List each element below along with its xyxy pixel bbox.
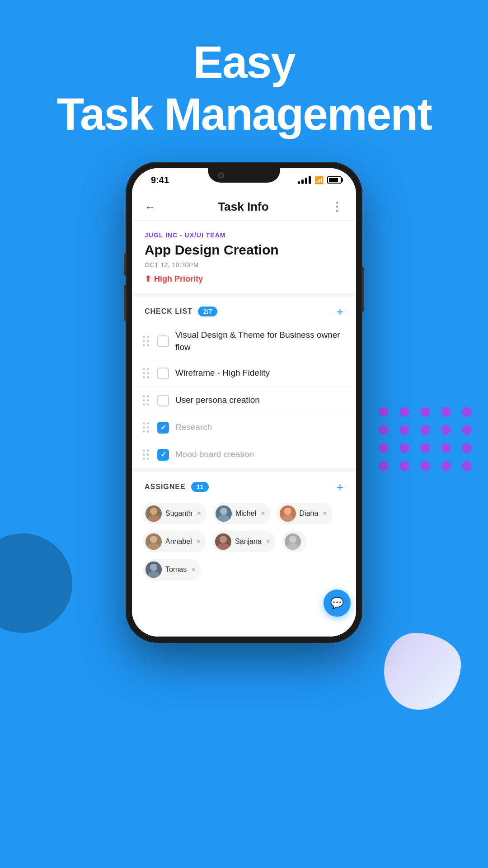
checklist-header: CHECK LIST 2/7 + bbox=[132, 297, 356, 323]
task-info-section: JUGL INC - UX/UI TEAM App Design Creatio… bbox=[132, 221, 356, 297]
assignee-header-left: ASSIGNEE 11 bbox=[145, 482, 209, 492]
drag-handle[interactable] bbox=[141, 420, 151, 434]
svg-point-4 bbox=[284, 508, 291, 515]
add-assignee-button[interactable]: + bbox=[337, 481, 343, 493]
hero-line1: Easy bbox=[193, 37, 295, 87]
task-date: OCT 12, 10:30PM bbox=[145, 261, 343, 269]
checklist-checkbox-3[interactable] bbox=[157, 395, 169, 406]
checklist-checkbox-4[interactable] bbox=[157, 422, 169, 434]
more-options-button[interactable]: ⋮ bbox=[331, 200, 343, 214]
assignee-name-michel: Michel bbox=[235, 509, 256, 518]
avatar-sanjana bbox=[215, 533, 231, 550]
priority-badge: ⬆ High Priority bbox=[145, 274, 343, 284]
checklist-item-text-5: Mood board creation bbox=[175, 448, 254, 461]
checklist-item-text-3: User persona creation bbox=[175, 394, 260, 406]
svg-point-5 bbox=[282, 515, 294, 522]
phone-notch bbox=[208, 168, 280, 183]
volume-down-button bbox=[124, 285, 127, 321]
checklist-label: CHECK LIST bbox=[145, 307, 192, 316]
phone-wrapper: 9:41 📶 ← bbox=[0, 163, 488, 642]
drag-handle[interactable] bbox=[141, 393, 151, 407]
wifi-icon: 📶 bbox=[314, 176, 324, 184]
remove-sanjana-button[interactable]: × bbox=[266, 538, 270, 546]
checklist-header-left: CHECK LIST 2/7 bbox=[145, 307, 217, 316]
avatar-annabel bbox=[145, 533, 162, 550]
front-camera bbox=[218, 172, 224, 179]
priority-label: High Priority bbox=[154, 274, 203, 284]
assignee-count-badge: 11 bbox=[191, 482, 209, 492]
assignee-header: ASSIGNEE 11 + bbox=[132, 472, 356, 498]
remove-diana-button[interactable]: × bbox=[323, 509, 327, 518]
remove-tomas-button[interactable]: × bbox=[191, 566, 195, 574]
checklist-checkbox-2[interactable] bbox=[157, 368, 169, 379]
svg-point-0 bbox=[150, 508, 157, 515]
assignee-list: Suganth × Michel × bbox=[132, 498, 356, 588]
checklist-item: User persona creation bbox=[132, 387, 356, 414]
avatar-extra bbox=[285, 533, 301, 550]
assignee-chip-diana: Diana × bbox=[277, 503, 333, 524]
status-icons: 📶 bbox=[298, 176, 342, 184]
checklist-count-badge: 2/7 bbox=[198, 307, 217, 316]
drag-handle[interactable] bbox=[141, 334, 151, 348]
checklist-item-text-2: Wireframe - High Fidelity bbox=[175, 367, 270, 379]
checklist-item: Visual Design & Theme for Business owner… bbox=[132, 323, 356, 360]
assignee-chip-tomas: Tomas × bbox=[143, 559, 201, 580]
battery-icon bbox=[327, 176, 342, 184]
checklist-item-text-4: Research bbox=[175, 421, 212, 434]
avatar-michel bbox=[216, 505, 232, 522]
svg-point-10 bbox=[289, 536, 296, 543]
svg-point-8 bbox=[220, 536, 227, 543]
screen-content: ← Task Info ⋮ JUGL INC - UX/UI TEAM App … bbox=[132, 192, 356, 637]
svg-point-11 bbox=[287, 543, 299, 550]
bg-blob-white bbox=[384, 633, 461, 710]
drag-handle[interactable] bbox=[141, 448, 151, 462]
power-button bbox=[361, 267, 364, 312]
team-label: JUGL INC - UX/UI TEAM bbox=[145, 231, 343, 239]
remove-suganth-button[interactable]: × bbox=[197, 509, 201, 518]
avatar-diana bbox=[280, 505, 296, 522]
assignee-chip-suganth: Suganth × bbox=[143, 503, 206, 524]
svg-point-13 bbox=[148, 571, 160, 578]
checklist-checkbox-5[interactable] bbox=[157, 449, 169, 461]
drag-handle[interactable] bbox=[141, 366, 151, 380]
hero-line2: Task Management bbox=[56, 89, 432, 139]
chat-fab-button[interactable]: 💬 bbox=[324, 590, 351, 617]
svg-point-3 bbox=[218, 515, 230, 522]
phone-device: 9:41 📶 ← bbox=[127, 163, 361, 642]
checklist-checkbox-1[interactable] bbox=[157, 335, 169, 347]
svg-point-12 bbox=[150, 564, 157, 571]
assignee-name-annabel: Annabel bbox=[165, 538, 192, 546]
add-checklist-item-button[interactable]: + bbox=[337, 306, 343, 317]
assignee-name-suganth: Suganth bbox=[165, 509, 192, 518]
checklist-item: Mood board creation bbox=[132, 441, 356, 468]
svg-point-9 bbox=[217, 543, 229, 550]
back-button[interactable]: ← bbox=[145, 201, 155, 213]
chat-icon: 💬 bbox=[330, 597, 344, 609]
remove-annabel-button[interactable]: × bbox=[197, 538, 201, 546]
remove-michel-button[interactable]: × bbox=[261, 509, 265, 518]
avatar-tomas bbox=[145, 561, 162, 578]
svg-point-7 bbox=[148, 543, 160, 550]
priority-icon: ⬆ bbox=[145, 274, 151, 284]
assignee-label: ASSIGNEE bbox=[145, 483, 186, 491]
phone-screen: 9:41 📶 ← bbox=[132, 168, 356, 637]
volume-up-button bbox=[124, 253, 127, 276]
assignee-chip-michel: Michel × bbox=[213, 503, 271, 524]
assignee-name-sanjana: Sanjana bbox=[235, 538, 262, 546]
assignee-section: ASSIGNEE 11 + Suganth × bbox=[132, 472, 356, 637]
svg-point-2 bbox=[220, 508, 227, 515]
assignee-chip-sanjana: Sanjana × bbox=[212, 531, 276, 552]
status-time: 9:41 bbox=[151, 175, 169, 185]
avatar-suganth bbox=[145, 505, 162, 522]
task-title: App Design Creation bbox=[145, 242, 343, 258]
checklist-item: Wireframe - High Fidelity bbox=[132, 360, 356, 387]
assignee-chip-annabel: Annabel × bbox=[143, 531, 206, 552]
assignee-name-tomas: Tomas bbox=[165, 566, 187, 574]
hero-section: Easy Task Management bbox=[0, 0, 488, 163]
checklist-item: Research bbox=[132, 414, 356, 441]
page-title: Task Info bbox=[218, 200, 268, 214]
checklist-item-text-1: Visual Design & Theme for Business owner… bbox=[175, 329, 347, 353]
checklist-section: CHECK LIST 2/7 + Visual Design bbox=[132, 297, 356, 472]
assignee-name-diana: Diana bbox=[300, 509, 319, 518]
nav-header: ← Task Info ⋮ bbox=[132, 192, 356, 221]
